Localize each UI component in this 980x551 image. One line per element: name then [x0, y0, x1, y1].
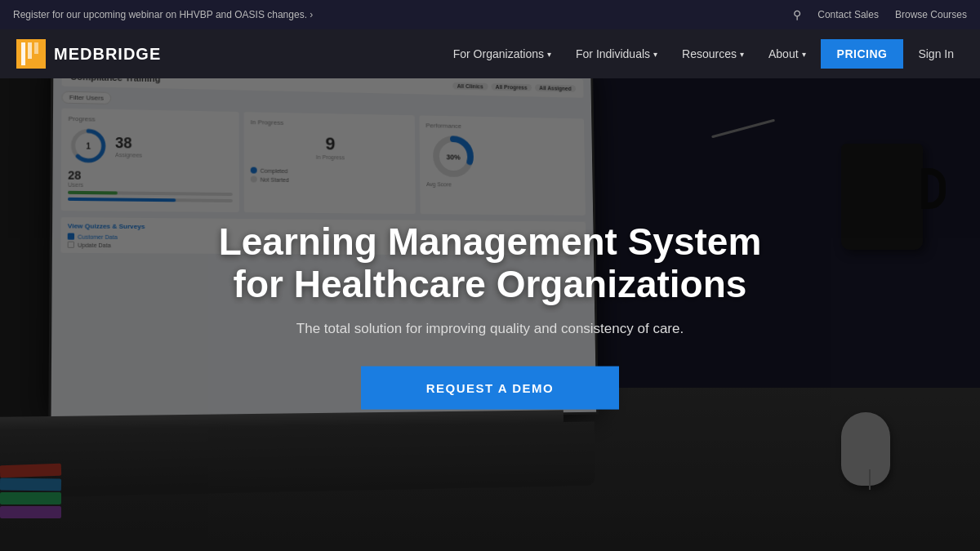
svg-rect-3	[34, 42, 38, 54]
logo-area[interactable]: MEDBRIDGE	[16, 39, 161, 69]
chevron-down-icon: ▾	[653, 50, 657, 59]
announcement-text: Register for our upcoming webinar on HHV…	[13, 9, 313, 20]
hero-section: Compliance Training All Clinics All Prog…	[0, 78, 980, 551]
announcement-right-links: ⚲ Contact Sales Browse Courses	[793, 8, 967, 21]
nav-resources[interactable]: Resources ▾	[672, 41, 754, 67]
announcement-bar: Register for our upcoming webinar on HHV…	[0, 0, 980, 29]
browse-courses-link[interactable]: Browse Courses	[895, 9, 967, 20]
chevron-down-icon: ▾	[740, 50, 744, 59]
chevron-down-icon: ▾	[547, 50, 551, 59]
hero-heading: Learning Management System for Healthcar…	[204, 220, 776, 306]
pricing-button[interactable]: PRICING	[821, 39, 904, 69]
nav-for-organizations[interactable]: For Organizations ▾	[443, 41, 561, 67]
logo-text: MEDBRIDGE	[54, 45, 161, 64]
chevron-down-icon: ▾	[802, 50, 806, 59]
hero-content: Learning Management System for Healthcar…	[204, 220, 776, 410]
nav-about[interactable]: About ▾	[759, 41, 816, 67]
svg-rect-2	[28, 42, 32, 59]
contact-sales-link[interactable]: Contact Sales	[817, 9, 879, 20]
nav-links: For Organizations ▾ For Individuals ▾ Re…	[443, 39, 964, 69]
nav-for-individuals[interactable]: For Individuals ▾	[566, 41, 667, 67]
search-icon[interactable]: ⚲	[793, 8, 801, 21]
announcement-text-area: Register for our upcoming webinar on HHV…	[13, 9, 313, 20]
logo-icon	[16, 39, 46, 69]
hero-subheading: The total solution for improving quality…	[204, 321, 776, 337]
svg-rect-1	[21, 42, 25, 65]
main-nav: MEDBRIDGE For Organizations ▾ For Indivi…	[0, 29, 980, 78]
request-demo-button[interactable]: REQUEST A DEMO	[361, 367, 620, 410]
sign-in-link[interactable]: Sign In	[908, 41, 964, 67]
